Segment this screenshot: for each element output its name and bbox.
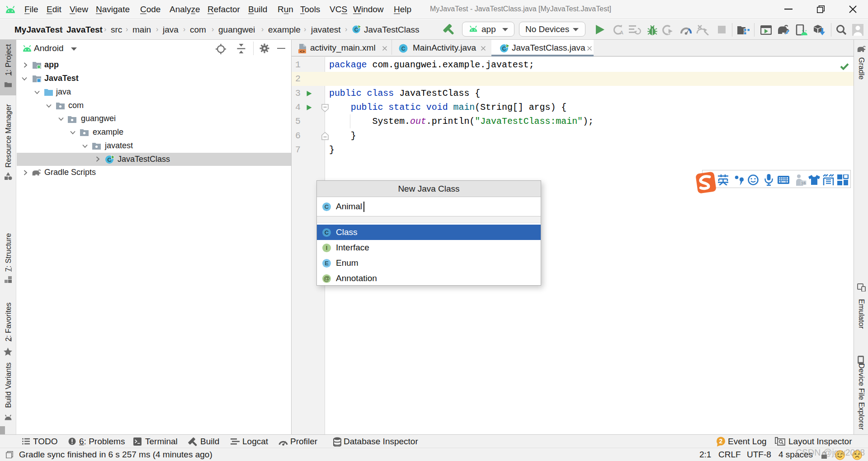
svg-text:A: A	[620, 30, 623, 35]
svg-text:C: C	[401, 46, 406, 52]
svg-text:<>: <>	[300, 50, 305, 53]
svg-text:C: C	[354, 27, 359, 33]
svg-text:16: 16	[801, 180, 806, 185]
svg-text:C: C	[502, 46, 506, 52]
svg-text:2: 2	[719, 437, 723, 445]
svg-text:C: C	[107, 156, 112, 163]
